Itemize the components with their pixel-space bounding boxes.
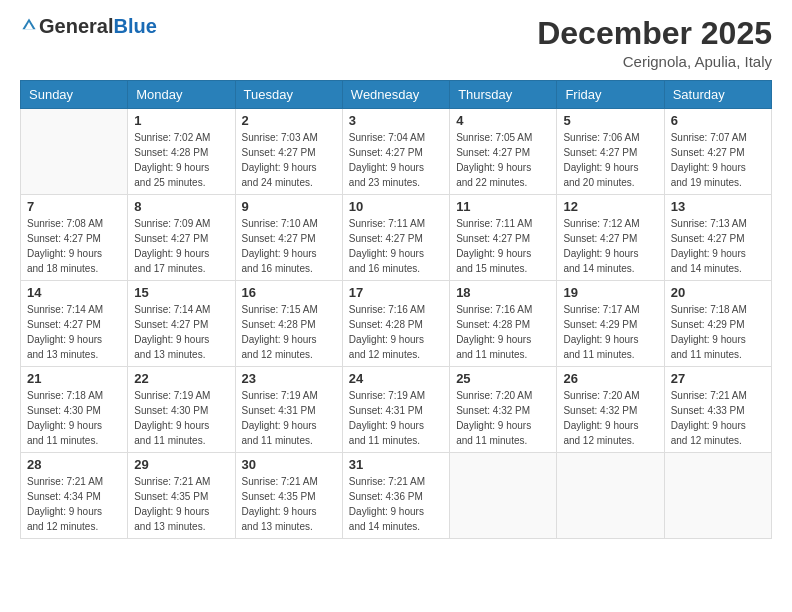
day-number: 2 — [242, 113, 336, 128]
calendar-cell: 6Sunrise: 7:07 AMSunset: 4:27 PMDaylight… — [664, 109, 771, 195]
day-number: 3 — [349, 113, 443, 128]
day-detail: Sunrise: 7:08 AMSunset: 4:27 PMDaylight:… — [27, 216, 121, 276]
calendar-cell: 15Sunrise: 7:14 AMSunset: 4:27 PMDayligh… — [128, 281, 235, 367]
day-detail: Sunrise: 7:19 AMSunset: 4:31 PMDaylight:… — [242, 388, 336, 448]
day-detail: Sunrise: 7:12 AMSunset: 4:27 PMDaylight:… — [563, 216, 657, 276]
day-detail: Sunrise: 7:14 AMSunset: 4:27 PMDaylight:… — [134, 302, 228, 362]
day-detail: Sunrise: 7:06 AMSunset: 4:27 PMDaylight:… — [563, 130, 657, 190]
calendar-cell: 1Sunrise: 7:02 AMSunset: 4:28 PMDaylight… — [128, 109, 235, 195]
day-number: 14 — [27, 285, 121, 300]
location-title: Cerignola, Apulia, Italy — [537, 53, 772, 70]
day-number: 31 — [349, 457, 443, 472]
day-detail: Sunrise: 7:02 AMSunset: 4:28 PMDaylight:… — [134, 130, 228, 190]
day-number: 22 — [134, 371, 228, 386]
title-block: December 2025 Cerignola, Apulia, Italy — [537, 16, 772, 70]
week-row-4: 21Sunrise: 7:18 AMSunset: 4:30 PMDayligh… — [21, 367, 772, 453]
calendar-cell: 23Sunrise: 7:19 AMSunset: 4:31 PMDayligh… — [235, 367, 342, 453]
calendar-cell: 12Sunrise: 7:12 AMSunset: 4:27 PMDayligh… — [557, 195, 664, 281]
week-row-2: 7Sunrise: 7:08 AMSunset: 4:27 PMDaylight… — [21, 195, 772, 281]
weekday-wednesday: Wednesday — [342, 81, 449, 109]
day-detail: Sunrise: 7:20 AMSunset: 4:32 PMDaylight:… — [563, 388, 657, 448]
calendar-cell: 28Sunrise: 7:21 AMSunset: 4:34 PMDayligh… — [21, 453, 128, 539]
calendar-cell: 10Sunrise: 7:11 AMSunset: 4:27 PMDayligh… — [342, 195, 449, 281]
weekday-header-row: SundayMondayTuesdayWednesdayThursdayFrid… — [21, 81, 772, 109]
calendar-cell: 21Sunrise: 7:18 AMSunset: 4:30 PMDayligh… — [21, 367, 128, 453]
day-number: 11 — [456, 199, 550, 214]
day-number: 26 — [563, 371, 657, 386]
day-detail: Sunrise: 7:10 AMSunset: 4:27 PMDaylight:… — [242, 216, 336, 276]
calendar-table: SundayMondayTuesdayWednesdayThursdayFrid… — [20, 80, 772, 539]
day-detail: Sunrise: 7:05 AMSunset: 4:27 PMDaylight:… — [456, 130, 550, 190]
calendar-cell — [557, 453, 664, 539]
calendar-cell: 19Sunrise: 7:17 AMSunset: 4:29 PMDayligh… — [557, 281, 664, 367]
day-detail: Sunrise: 7:19 AMSunset: 4:31 PMDaylight:… — [349, 388, 443, 448]
day-number: 27 — [671, 371, 765, 386]
day-detail: Sunrise: 7:17 AMSunset: 4:29 PMDaylight:… — [563, 302, 657, 362]
day-detail: Sunrise: 7:21 AMSunset: 4:33 PMDaylight:… — [671, 388, 765, 448]
day-detail: Sunrise: 7:07 AMSunset: 4:27 PMDaylight:… — [671, 130, 765, 190]
day-detail: Sunrise: 7:03 AMSunset: 4:27 PMDaylight:… — [242, 130, 336, 190]
day-number: 6 — [671, 113, 765, 128]
header: GeneralBlue December 2025 Cerignola, Apu… — [20, 16, 772, 70]
logo-icon — [20, 16, 38, 34]
day-number: 15 — [134, 285, 228, 300]
day-detail: Sunrise: 7:18 AMSunset: 4:29 PMDaylight:… — [671, 302, 765, 362]
calendar-cell: 14Sunrise: 7:14 AMSunset: 4:27 PMDayligh… — [21, 281, 128, 367]
day-detail: Sunrise: 7:11 AMSunset: 4:27 PMDaylight:… — [349, 216, 443, 276]
day-number: 10 — [349, 199, 443, 214]
day-detail: Sunrise: 7:13 AMSunset: 4:27 PMDaylight:… — [671, 216, 765, 276]
day-number: 1 — [134, 113, 228, 128]
day-number: 24 — [349, 371, 443, 386]
calendar-cell: 26Sunrise: 7:20 AMSunset: 4:32 PMDayligh… — [557, 367, 664, 453]
calendar-cell: 31Sunrise: 7:21 AMSunset: 4:36 PMDayligh… — [342, 453, 449, 539]
calendar-cell: 13Sunrise: 7:13 AMSunset: 4:27 PMDayligh… — [664, 195, 771, 281]
calendar-cell: 22Sunrise: 7:19 AMSunset: 4:30 PMDayligh… — [128, 367, 235, 453]
calendar-cell: 9Sunrise: 7:10 AMSunset: 4:27 PMDaylight… — [235, 195, 342, 281]
day-detail: Sunrise: 7:18 AMSunset: 4:30 PMDaylight:… — [27, 388, 121, 448]
day-detail: Sunrise: 7:21 AMSunset: 4:35 PMDaylight:… — [242, 474, 336, 534]
calendar-cell: 24Sunrise: 7:19 AMSunset: 4:31 PMDayligh… — [342, 367, 449, 453]
day-number: 18 — [456, 285, 550, 300]
month-title: December 2025 — [537, 16, 772, 51]
calendar-cell: 2Sunrise: 7:03 AMSunset: 4:27 PMDaylight… — [235, 109, 342, 195]
calendar-cell: 7Sunrise: 7:08 AMSunset: 4:27 PMDaylight… — [21, 195, 128, 281]
calendar-cell — [21, 109, 128, 195]
day-detail: Sunrise: 7:16 AMSunset: 4:28 PMDaylight:… — [456, 302, 550, 362]
calendar-cell: 20Sunrise: 7:18 AMSunset: 4:29 PMDayligh… — [664, 281, 771, 367]
day-number: 16 — [242, 285, 336, 300]
logo-blue: Blue — [113, 16, 156, 36]
weekday-sunday: Sunday — [21, 81, 128, 109]
day-number: 8 — [134, 199, 228, 214]
day-detail: Sunrise: 7:21 AMSunset: 4:34 PMDaylight:… — [27, 474, 121, 534]
page: GeneralBlue December 2025 Cerignola, Apu… — [0, 0, 792, 612]
day-number: 20 — [671, 285, 765, 300]
day-number: 4 — [456, 113, 550, 128]
calendar-cell: 5Sunrise: 7:06 AMSunset: 4:27 PMDaylight… — [557, 109, 664, 195]
day-number: 5 — [563, 113, 657, 128]
day-detail: Sunrise: 7:15 AMSunset: 4:28 PMDaylight:… — [242, 302, 336, 362]
weekday-friday: Friday — [557, 81, 664, 109]
day-number: 30 — [242, 457, 336, 472]
day-number: 29 — [134, 457, 228, 472]
day-detail: Sunrise: 7:21 AMSunset: 4:36 PMDaylight:… — [349, 474, 443, 534]
day-number: 25 — [456, 371, 550, 386]
weekday-tuesday: Tuesday — [235, 81, 342, 109]
day-detail: Sunrise: 7:19 AMSunset: 4:30 PMDaylight:… — [134, 388, 228, 448]
calendar-cell: 29Sunrise: 7:21 AMSunset: 4:35 PMDayligh… — [128, 453, 235, 539]
calendar-cell: 17Sunrise: 7:16 AMSunset: 4:28 PMDayligh… — [342, 281, 449, 367]
week-row-1: 1Sunrise: 7:02 AMSunset: 4:28 PMDaylight… — [21, 109, 772, 195]
calendar-cell: 30Sunrise: 7:21 AMSunset: 4:35 PMDayligh… — [235, 453, 342, 539]
day-detail: Sunrise: 7:09 AMSunset: 4:27 PMDaylight:… — [134, 216, 228, 276]
calendar-cell: 18Sunrise: 7:16 AMSunset: 4:28 PMDayligh… — [450, 281, 557, 367]
day-detail: Sunrise: 7:14 AMSunset: 4:27 PMDaylight:… — [27, 302, 121, 362]
day-number: 19 — [563, 285, 657, 300]
calendar-cell: 27Sunrise: 7:21 AMSunset: 4:33 PMDayligh… — [664, 367, 771, 453]
calendar-cell: 8Sunrise: 7:09 AMSunset: 4:27 PMDaylight… — [128, 195, 235, 281]
day-detail: Sunrise: 7:20 AMSunset: 4:32 PMDaylight:… — [456, 388, 550, 448]
logo-text: GeneralBlue — [20, 16, 157, 36]
day-number: 17 — [349, 285, 443, 300]
day-detail: Sunrise: 7:04 AMSunset: 4:27 PMDaylight:… — [349, 130, 443, 190]
calendar-cell: 3Sunrise: 7:04 AMSunset: 4:27 PMDaylight… — [342, 109, 449, 195]
day-number: 23 — [242, 371, 336, 386]
weekday-thursday: Thursday — [450, 81, 557, 109]
